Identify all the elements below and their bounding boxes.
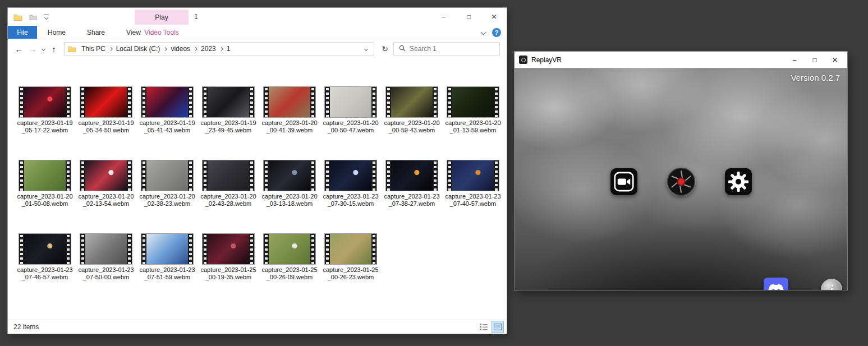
minimize-button[interactable]: – — [431, 8, 456, 26]
tab-home[interactable]: Home — [37, 26, 76, 39]
filmstrip-left-icon — [325, 160, 330, 191]
file-item[interactable]: capture_2023-01-19_05-34-50.webm — [78, 86, 134, 133]
explorer-titlebar[interactable]: Play 1 – □ ✕ — [8, 8, 507, 26]
refresh-button[interactable]: ↻ — [376, 44, 393, 53]
filmstrip-right-icon — [66, 160, 71, 191]
back-button[interactable]: ← — [12, 44, 26, 54]
thumbnail-image — [269, 87, 310, 117]
info-button[interactable]: i — [821, 279, 842, 290]
breadcrumb-item[interactable]: 2023 — [197, 45, 220, 53]
tab-file[interactable]: File — [8, 26, 37, 39]
filmstrip-left-icon — [386, 160, 391, 191]
thumbnail-image — [330, 87, 371, 117]
filmstrip-left-icon — [264, 234, 269, 264]
video-thumbnail — [385, 86, 438, 118]
address-dropdown-icon[interactable] — [360, 48, 373, 50]
breadcrumb-item[interactable]: Local Disk (C:) — [112, 45, 164, 53]
filmstrip-right-icon — [371, 87, 376, 117]
file-item[interactable]: capture_2023-01-23_07-40-57.webm — [445, 160, 501, 207]
thumbnail-view-button[interactable] — [492, 321, 503, 333]
file-item[interactable]: capture_2023-01-23_07-51-59.webm — [139, 233, 195, 280]
forward-button[interactable]: → — [26, 44, 39, 54]
file-item[interactable]: capture_2023-01-20_01-13-59.webm — [445, 86, 501, 133]
up-button[interactable]: ↑ — [47, 44, 61, 54]
file-name: capture_2023-01-23_07-40-57.webm — [445, 193, 501, 207]
breadcrumb-separator-icon — [220, 48, 223, 50]
thumbnail-image — [391, 160, 433, 191]
file-name: capture_2023-01-25_00-26-09.webm — [261, 266, 318, 280]
tab-share[interactable]: Share — [76, 26, 116, 39]
filmstrip-right-icon — [310, 234, 315, 264]
file-item[interactable]: capture_2023-01-20_02-43-28.webm — [200, 160, 256, 207]
filmstrip-left-icon — [19, 87, 24, 117]
file-item[interactable]: capture_2023-01-20_00-41-39.webm — [261, 86, 318, 133]
filmstrip-left-icon — [203, 234, 208, 264]
filmstrip-right-icon — [127, 160, 132, 191]
video-thumbnail — [80, 233, 132, 265]
recent-locations-icon[interactable] — [39, 48, 47, 50]
file-item[interactable]: capture_2023-01-19_05-17-22.webm — [17, 86, 73, 133]
file-item[interactable]: capture_2023-01-19_05-41-43.webm — [139, 86, 195, 133]
file-item[interactable]: capture_2023-01-20_01-50-08.webm — [17, 160, 73, 207]
filmstrip-right-icon — [127, 234, 132, 264]
settings-button[interactable] — [725, 168, 752, 195]
search-input[interactable] — [410, 45, 494, 53]
thumbnail-image — [330, 234, 371, 264]
file-item[interactable]: capture_2023-01-23_07-38-27.webm — [384, 160, 440, 207]
video-camera-icon — [614, 172, 634, 192]
file-item[interactable]: capture_2023-01-20_02-38-23.webm — [139, 160, 195, 207]
customize-quick-access-icon[interactable] — [44, 15, 49, 20]
file-item[interactable]: capture_2023-01-25_00-26-09.webm — [261, 233, 318, 280]
file-item[interactable]: capture_2023-01-19_23-49-45.webm — [200, 86, 256, 133]
file-item[interactable]: capture_2023-01-25_00-26-23.webm — [323, 233, 379, 280]
video-thumbnail — [202, 86, 255, 118]
ribbon-tabs: File Home Share View Video Tools ? — [8, 26, 507, 39]
filmstrip-right-icon — [249, 234, 254, 264]
address-bar[interactable]: This PCLocal Disk (C:)videos20231 — [64, 42, 374, 56]
help-button[interactable]: ? — [492, 28, 501, 37]
discord-button[interactable] — [764, 278, 788, 290]
file-item[interactable]: capture_2023-01-20_02-13-54.webm — [78, 160, 134, 207]
filmstrip-left-icon — [447, 87, 452, 117]
contextual-group-video-tools[interactable]: Video Tools — [135, 26, 189, 39]
filmstrip-left-icon — [141, 234, 146, 264]
ribbon-contextual-tab-play[interactable]: Play — [135, 10, 189, 25]
breadcrumb-item[interactable]: This PC — [77, 45, 109, 53]
camera-shutter-icon — [667, 167, 696, 196]
quick-access-folder-icon[interactable] — [29, 14, 37, 20]
filmstrip-right-icon — [188, 160, 193, 191]
details-view-button[interactable] — [478, 321, 489, 333]
filmstrip-right-icon — [66, 234, 71, 264]
file-item[interactable]: capture_2023-01-23_07-30-15.webm — [323, 160, 379, 207]
maximize-button[interactable]: □ — [805, 52, 825, 68]
video-thumbnail — [263, 233, 316, 265]
filmstrip-left-icon — [203, 160, 208, 191]
file-name: capture_2023-01-20_02-43-28.webm — [200, 193, 256, 207]
file-item[interactable]: capture_2023-01-20_03-13-18.webm — [261, 160, 318, 207]
close-button[interactable]: ✕ — [481, 8, 507, 26]
search-box[interactable] — [393, 42, 500, 56]
file-item[interactable]: capture_2023-01-25_00-19-35.webm — [200, 233, 256, 280]
replayvr-titlebar[interactable]: ReplayVR – □ ✕ — [515, 52, 847, 68]
navigation-bar: ← → ↑ This PCLocal Disk (C:)videos20231 … — [8, 39, 507, 58]
minimize-button[interactable]: – — [784, 52, 805, 68]
close-button[interactable]: ✕ — [825, 52, 845, 68]
video-thumbnail — [141, 233, 194, 265]
ribbon-collapse-icon[interactable] — [481, 30, 486, 35]
file-item[interactable]: capture_2023-01-20_00-59-43.webm — [384, 86, 440, 133]
maximize-button[interactable]: □ — [456, 8, 481, 26]
file-name: capture_2023-01-23_07-38-27.webm — [384, 193, 440, 207]
filmstrip-left-icon — [386, 87, 391, 117]
file-item[interactable]: capture_2023-01-23_07-50-00.webm — [78, 233, 134, 280]
breadcrumb-item[interactable]: videos — [167, 45, 194, 53]
record-video-button[interactable] — [610, 168, 637, 195]
screenshot-button[interactable] — [667, 167, 696, 196]
explorer-app-icon — [13, 13, 22, 21]
replayvr-title: ReplayVR — [531, 56, 562, 64]
file-item[interactable]: capture_2023-01-20_00-50-47.webm — [323, 86, 379, 133]
breadcrumb-item[interactable]: 1 — [223, 45, 235, 53]
filmstrip-right-icon — [188, 87, 193, 117]
video-thumbnail — [263, 86, 316, 118]
file-item[interactable]: capture_2023-01-23_07-46-57.webm — [17, 233, 73, 280]
filmstrip-left-icon — [80, 234, 85, 264]
